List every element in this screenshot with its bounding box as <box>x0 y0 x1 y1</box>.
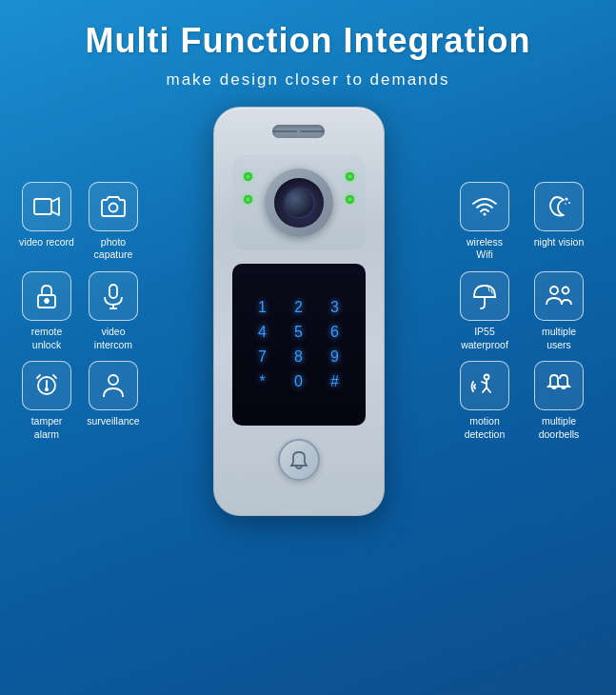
ip55-icon-box <box>460 271 509 321</box>
feature-ip55: IP55waterproof <box>451 271 518 351</box>
wireless-wifi-label: wirelessWifi <box>467 236 503 262</box>
multiple-bells-icon <box>545 371 573 400</box>
svg-point-10 <box>46 388 48 390</box>
feature-video-intercom: videointercom <box>84 271 143 351</box>
photo-capture-icon-box <box>89 182 138 231</box>
svg-line-19 <box>488 288 489 291</box>
feature-motion-detection: motiondetection <box>451 361 518 441</box>
key-9: 9 <box>327 348 344 366</box>
feature-row-3: tamperalarm surveillance <box>17 361 146 441</box>
svg-point-16 <box>568 202 570 204</box>
night-vision-label: night vision <box>534 236 585 249</box>
feature-multiple-users: multipleusers <box>526 271 592 351</box>
device-body: 1 2 3 4 5 6 7 8 9 * 0 # <box>213 107 385 516</box>
umbrella-icon <box>470 282 499 310</box>
svg-rect-5 <box>109 285 117 298</box>
moon-icon <box>545 192 573 221</box>
feature-surveillance: surveillance <box>84 361 143 441</box>
remote-unlock-label: remoteunlock <box>31 326 63 351</box>
key-5: 5 <box>290 324 308 341</box>
motion-icon <box>470 371 499 400</box>
key-6: 6 <box>327 324 344 341</box>
feature-remote-unlock: remoteunlock <box>17 271 76 351</box>
surveillance-label: surveillance <box>87 415 139 428</box>
multiple-doorbells-label: multipledoorbells <box>539 415 580 441</box>
svg-point-22 <box>550 287 558 294</box>
bell-badge-icon <box>288 448 310 471</box>
multiple-users-label: multipleusers <box>542 326 576 351</box>
svg-line-11 <box>37 375 40 378</box>
key-star: * <box>254 373 271 390</box>
mic-icon <box>99 282 128 310</box>
key-2: 2 <box>290 299 308 316</box>
device-speaker <box>272 125 325 138</box>
night-vision-icon-box <box>534 182 584 231</box>
key-8: 8 <box>290 348 308 366</box>
device-camera-area <box>232 155 366 250</box>
video-icon <box>32 192 61 221</box>
remote-unlock-icon-box <box>22 271 71 321</box>
ir-led-3 <box>346 172 354 181</box>
feature-row-r3: motiondetection multipledoorbells <box>451 361 599 441</box>
feature-night-vision: night vision <box>526 182 592 262</box>
camera-ring-outer <box>265 169 333 237</box>
svg-point-24 <box>485 375 489 380</box>
motion-detection-icon-box <box>460 361 509 410</box>
feature-photo-capture: photocapature <box>84 182 143 262</box>
video-record-label: video record <box>19 236 74 249</box>
device-badge <box>278 439 320 481</box>
camera-ring-inner <box>274 178 324 228</box>
feature-row-r2: IP55waterproof multipleusers <box>451 271 599 351</box>
motion-detection-label: motiondetection <box>465 415 506 441</box>
wireless-wifi-icon-box <box>460 182 509 231</box>
feature-multiple-doorbells: multipledoorbells <box>526 361 592 441</box>
photo-capture-label: photocapature <box>94 236 133 262</box>
svg-line-20 <box>491 289 492 293</box>
tamper-alarm-icon-box <box>22 361 71 410</box>
ir-led-2 <box>244 195 252 204</box>
feature-row-r1: wirelessWifi night vision <box>451 182 599 262</box>
alarm-icon <box>32 371 61 400</box>
key-1: 1 <box>254 299 271 316</box>
feature-tamper-alarm: tamperalarm <box>17 361 76 441</box>
keypad-row-1: 1 2 3 <box>254 299 344 316</box>
camera-icon <box>99 192 128 221</box>
svg-point-15 <box>566 197 568 200</box>
svg-point-17 <box>565 203 566 205</box>
multiple-users-icon-box <box>534 271 584 321</box>
svg-point-2 <box>109 203 118 211</box>
feature-row-2: remoteunlock videointercom <box>17 271 146 351</box>
key-4: 4 <box>254 324 271 341</box>
key-7: 7 <box>254 348 271 366</box>
page-subtitle: make design closer to demands <box>0 70 616 89</box>
users-icon <box>545 282 573 310</box>
page-title: Multi Function Integration <box>0 0 616 61</box>
svg-point-13 <box>109 375 118 385</box>
key-0: 0 <box>290 373 308 390</box>
key-hash: # <box>327 373 344 390</box>
lock-icon <box>32 282 61 310</box>
keypad-row-4: * 0 # <box>254 373 344 390</box>
feature-video-record: video record <box>17 182 76 262</box>
device-center: 1 2 3 4 5 6 7 8 9 * 0 # <box>146 107 451 516</box>
content-area: video record photocapature <box>0 107 616 516</box>
ir-led-4 <box>346 195 354 204</box>
key-3: 3 <box>327 299 344 316</box>
multiple-doorbells-icon-box <box>534 361 584 410</box>
ir-led-1 <box>244 172 252 181</box>
video-record-icon-box <box>22 182 71 231</box>
ip55-label: IP55waterproof <box>461 326 508 351</box>
tamper-alarm-label: tamperalarm <box>31 415 63 441</box>
svg-line-12 <box>53 375 56 378</box>
video-intercom-icon-box <box>89 271 138 321</box>
surveillance-icon-box <box>89 361 138 410</box>
person-icon <box>99 371 128 400</box>
features-right: wirelessWifi night vision <box>451 182 599 442</box>
svg-point-4 <box>45 299 49 303</box>
keypad-row-2: 4 5 6 <box>254 324 344 341</box>
device-keypad: 1 2 3 4 5 6 7 8 9 * 0 # <box>232 264 366 426</box>
svg-point-23 <box>563 287 569 293</box>
video-intercom-label: videointercom <box>94 326 132 351</box>
wifi-icon <box>470 192 499 221</box>
svg-marker-1 <box>51 198 59 215</box>
